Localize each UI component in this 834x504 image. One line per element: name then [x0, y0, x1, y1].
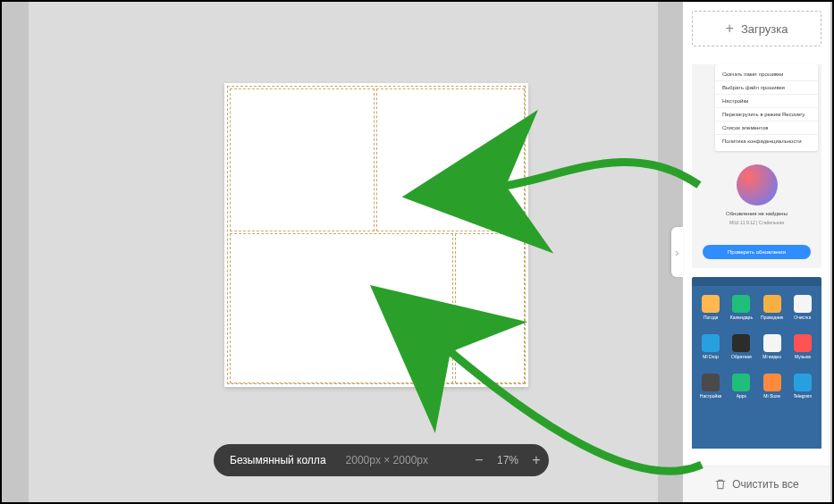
collage-canvas[interactable] — [224, 83, 528, 387]
menu-item: Список элементов — [715, 122, 818, 135]
app-frame: Безымянный колла 2000px × 2000px − 17% +… — [2, 2, 832, 502]
menu-item: Скачать пакет прошивки — [715, 68, 818, 81]
thumbnail-list: Скачать пакет прошивкиВыбрать файл проши… — [692, 55, 821, 449]
menu-item: Перезагрузить в режим Recovery — [715, 108, 818, 122]
phone-statusbar — [692, 277, 821, 286]
upload-button[interactable]: + Загрузка — [692, 11, 821, 46]
zoom-toolbar: Безымянный колла 2000px × 2000px − 17% + — [214, 444, 549, 476]
graphic-icon — [737, 164, 778, 206]
app-icon: Mi видео — [759, 329, 786, 365]
app-icon: Погода — [697, 290, 724, 325]
zoom-out-button[interactable]: − — [467, 444, 492, 476]
app-icon: Mi Store — [759, 368, 786, 404]
app-icon: Mi Drop — [697, 329, 724, 365]
app-icon: Telegram — [789, 368, 816, 404]
app-icon: Календарь — [728, 290, 754, 325]
thumb-cta-button: Проверить обновления — [703, 245, 811, 259]
canvas-size[interactable]: 2000px × 2000px — [326, 454, 428, 466]
upload-label: Загрузка — [741, 22, 788, 36]
plus-icon: + — [726, 21, 734, 37]
zoom-in-button[interactable]: + — [524, 444, 549, 476]
image-thumbnail[interactable]: Скачать пакет прошивкиВыбрать файл проши… — [692, 55, 821, 268]
collage-cell[interactable] — [230, 233, 453, 383]
project-name[interactable]: Безымянный колла — [214, 454, 326, 466]
thumb-title: Обновления не найдены — [692, 211, 821, 216]
collapse-sidebar-button[interactable]: › — [671, 227, 683, 277]
app-icon: Настройки — [697, 368, 724, 404]
app-icon: Обратная — [728, 329, 754, 365]
work-area[interactable]: Безымянный колла 2000px × 2000px − 17% + — [29, 2, 658, 502]
app-icon: Очистка — [789, 290, 816, 325]
clear-all-label: Очистить все — [732, 478, 798, 491]
app-icon: Apps — [728, 368, 754, 404]
menu-item: Настройки — [715, 95, 818, 108]
phone-app-grid: ПогодаКалендарьПроводникОчисткаMi DropОб… — [697, 290, 816, 449]
image-thumbnail[interactable]: ПогодаКалендарьПроводникОчисткаMi DropОб… — [692, 277, 821, 449]
chevron-right-icon: › — [675, 246, 678, 259]
app-icon: Проводник — [759, 290, 786, 325]
collage-cell[interactable] — [230, 88, 375, 231]
phone-dropdown-menu: Скачать пакет прошивкиВыбрать файл проши… — [715, 64, 818, 151]
right-sidebar: › + Загрузка Скачать пакет прошивкиВыбра… — [683, 2, 830, 502]
app-icon: Музыка — [789, 329, 816, 365]
trash-icon — [714, 478, 727, 491]
menu-item: Политика конфиденциальности — [715, 135, 818, 147]
thumb-subtitle: MIUI 11 9.12 | Стабильная — [692, 220, 821, 225]
phone-statusbar — [692, 55, 821, 64]
clear-all-button[interactable]: Очистить все — [683, 466, 830, 502]
collage-cell[interactable] — [455, 233, 525, 383]
menu-item: Выбрать файл прошивки — [715, 81, 818, 95]
zoom-percent[interactable]: 17% — [492, 454, 524, 466]
collage-cell[interactable] — [376, 88, 525, 231]
